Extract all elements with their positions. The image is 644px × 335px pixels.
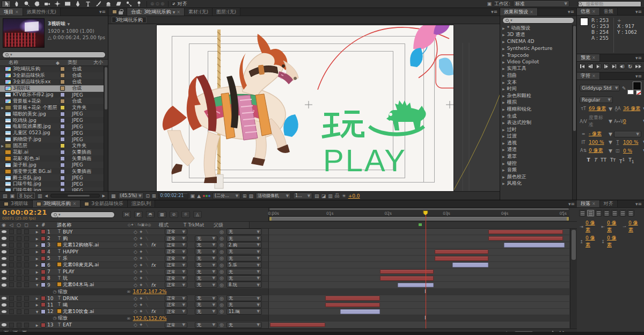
lock-box[interactable] <box>24 243 29 247</box>
audio-box[interactable] <box>9 323 14 327</box>
faux-italic-button[interactable]: T <box>594 157 597 164</box>
column-name[interactable]: 名称 <box>0 59 56 66</box>
lock-toggle[interactable] <box>23 249 30 254</box>
layer-switches[interactable]: ◇✦﹨ <box>134 229 165 235</box>
timeline-button-icon[interactable]: ▥ <box>328 193 333 199</box>
mini-flowchart-icon[interactable]: ⋈ <box>122 211 131 218</box>
effects-group[interactable]: ▶3D 通道 <box>500 32 576 39</box>
layer-switches[interactable]: ◇✦﹨ <box>134 302 165 309</box>
effects-scrollbar[interactable] <box>572 25 576 200</box>
baseline-shift-value[interactable]: 0 像素 <box>589 147 607 154</box>
project-item[interactable]: 口味牛蛙.jpgJPEG <box>0 187 108 191</box>
layer-twirl-icon[interactable]: ▶ <box>34 250 40 253</box>
property-name[interactable]: 缩放 <box>58 288 127 295</box>
footage-name[interactable]: 3视听味 <box>48 21 65 26</box>
lock-box[interactable] <box>24 249 29 254</box>
parent-pickwhip-icon[interactable]: ◎ <box>219 269 226 274</box>
audio-toggle[interactable] <box>8 243 15 247</box>
visibility-toggle[interactable] <box>0 237 8 240</box>
resolution-dropdown[interactable]: (二分...▼ <box>213 193 240 199</box>
label-color-cell[interactable] <box>60 176 72 180</box>
layer-label-chip[interactable] <box>40 276 46 281</box>
visibility-toggle[interactable] <box>0 230 8 234</box>
mode-dropdown[interactable]: 正常▼ <box>165 262 187 268</box>
solo-toggle[interactable] <box>15 296 23 301</box>
stopwatch-icon[interactable]: ◷ <box>52 316 58 321</box>
label-color-chip[interactable] <box>60 163 65 168</box>
solo-toggle[interactable] <box>15 256 23 261</box>
parent-pickwhip-icon[interactable]: ◎ <box>219 275 226 281</box>
safe-margins-icon[interactable]: ⊡ <box>146 193 150 199</box>
effects-group[interactable]: ▶实用工具 <box>500 65 576 72</box>
interpret-footage-icon[interactable]: ▤ <box>3 193 8 199</box>
project-bit-depth[interactable]: 8 bpc <box>17 193 35 199</box>
twirl-icon[interactable]: ▶ <box>502 94 505 98</box>
solo-toggle[interactable] <box>15 282 23 287</box>
audio-toggle[interactable] <box>8 263 15 267</box>
justify-all-button[interactable] <box>627 210 634 216</box>
layer-duration-track[interactable] <box>268 302 569 308</box>
parent-pickwhip-icon[interactable]: ◎ <box>219 249 226 254</box>
eye-icon[interactable] <box>2 303 6 307</box>
project-item[interactable]: 3吃喝玩乐购合成 <box>0 66 108 72</box>
play-button[interactable] <box>595 63 602 69</box>
draft-3d-icon[interactable]: ◩ <box>134 211 143 218</box>
layer-switches[interactable]: ◇✦﹨ <box>134 275 165 282</box>
project-scrollbar[interactable] <box>104 66 108 191</box>
mode-dropdown[interactable]: 正常▼ <box>165 242 187 248</box>
project-search-input[interactable]: ▾ <box>2 52 106 58</box>
layer-row[interactable]: ▶11T喝◇✦﹨正常▼无▼◎无▼ <box>0 302 577 308</box>
fill-color-swatch[interactable] <box>633 82 641 90</box>
parent-dropdown[interactable]: 无▼ <box>226 295 262 301</box>
label-color-cell[interactable] <box>60 181 72 186</box>
eye-icon[interactable] <box>2 310 6 314</box>
small-caps-button[interactable]: TT <box>610 157 616 164</box>
layer-name[interactable]: EAT <box>63 322 134 327</box>
label-color-cell[interactable] <box>60 150 72 155</box>
all-caps-button[interactable]: TT <box>601 157 606 164</box>
project-item[interactable]: 口味牛蛙.jpgJPEG <box>0 181 108 187</box>
mode-dropdown[interactable]: 正常▼ <box>165 282 187 288</box>
layer-name[interactable]: 元素04木马.ai <box>63 281 134 288</box>
tab-effects-presets[interactable]: 效果和预设× <box>500 8 538 16</box>
eye-icon[interactable] <box>2 323 6 326</box>
font-style-dropdown[interactable]: Regular▼ <box>580 97 613 103</box>
leading-value[interactable]: 36 像素 <box>623 105 641 112</box>
layer-name[interactable]: 喝 <box>63 302 134 309</box>
view-layout-dropdown[interactable]: 1...▼ <box>293 193 312 199</box>
effects-group[interactable]: ▶风格化 <box>500 180 576 187</box>
layer-switches[interactable]: ◇✦﹨fx <box>134 308 165 315</box>
lock-box[interactable] <box>24 302 29 307</box>
effects-group[interactable]: ▶过时 <box>500 126 576 133</box>
lock-toggle[interactable] <box>23 243 30 247</box>
timeline-tab[interactable]: 3吃喝玩乐购× <box>33 200 80 207</box>
label-color-cell[interactable] <box>60 188 72 191</box>
parent-dropdown[interactable]: 无▼ <box>226 249 262 254</box>
solo-box[interactable] <box>17 296 21 301</box>
label-color-chip[interactable] <box>60 73 65 78</box>
layer-duration-bar[interactable] <box>270 323 325 327</box>
parent-pickwhip-icon[interactable]: ◎ <box>219 242 226 247</box>
parent-pickwhip-icon[interactable]: ◎ <box>219 229 226 235</box>
fast-preview-icon[interactable]: ◪ <box>321 193 326 199</box>
label-color-cell[interactable] <box>60 86 72 91</box>
mode-dropdown[interactable]: 正常▼ <box>165 256 187 261</box>
layer-twirl-icon[interactable]: ▶ <box>34 257 40 260</box>
solo-box[interactable] <box>17 263 21 267</box>
effects-group[interactable]: ▶Trapcode <box>500 52 576 59</box>
time-ruler[interactable]: 0:00s01s02s03s04s05s <box>269 210 569 216</box>
mode-dropdown[interactable]: 正常▼ <box>165 309 187 315</box>
visibility-toggle[interactable] <box>0 270 8 273</box>
horizontal-scale-value[interactable]: 100 % <box>623 140 641 145</box>
layer-name[interactable]: 元素08麦克风.ai <box>63 261 134 268</box>
lock-toggle[interactable] <box>23 302 30 307</box>
parent-pickwhip-icon[interactable]: ◎ <box>219 263 226 268</box>
layer-twirl-icon[interactable]: ▶ <box>34 303 40 307</box>
parent-pickwhip-icon[interactable]: ◎ <box>219 302 226 308</box>
mode-dropdown[interactable]: 正常▼ <box>165 302 187 308</box>
label-color-chip[interactable] <box>60 67 65 71</box>
effects-group[interactable]: ▶文本 <box>500 79 576 86</box>
twirl-icon[interactable]: ▶ <box>502 81 505 84</box>
effects-group[interactable]: ▶扭曲 <box>500 72 576 79</box>
parent-dropdown[interactable]: 无▼ <box>226 269 262 275</box>
